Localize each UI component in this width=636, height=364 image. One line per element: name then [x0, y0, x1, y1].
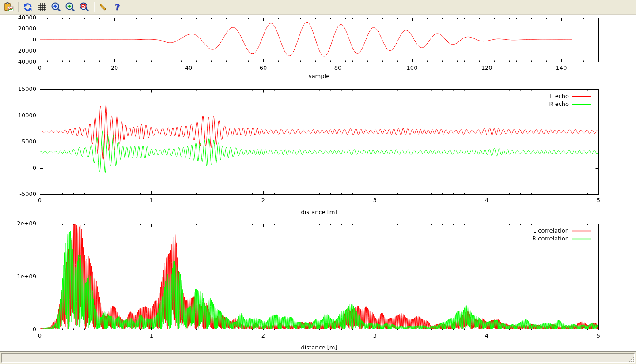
copy-plot-to-clipboard-button[interactable]	[3, 1, 15, 13]
copy-plot-to-clipboard-icon	[4, 2, 14, 12]
configure-icon	[98, 2, 109, 12]
toolbar: ?	[0, 0, 636, 15]
toolbar-separator	[18, 2, 19, 12]
toggle-grid-button[interactable]	[36, 1, 48, 13]
toolbar-separator	[94, 2, 94, 12]
replot-icon	[23, 2, 33, 12]
plot-canvas[interactable]	[0, 0, 636, 364]
zoom-rectangle-icon	[79, 2, 90, 12]
zoom-next-icon	[65, 2, 76, 12]
grid-icon	[37, 2, 47, 12]
gnuplot-window: ?	[0, 0, 636, 364]
zoom-rectangle-button[interactable]	[78, 1, 91, 13]
status-message	[1, 353, 635, 363]
replot-button[interactable]	[22, 1, 34, 13]
configure-button[interactable]	[97, 1, 110, 13]
zoom-next-button[interactable]	[64, 1, 76, 13]
status-bar	[0, 351, 636, 364]
zoom-previous-button[interactable]	[50, 1, 62, 13]
help-icon: ?	[112, 2, 123, 12]
svg-text:?: ?	[115, 2, 120, 12]
zoom-previous-icon	[51, 2, 61, 12]
help-button[interactable]: ?	[111, 1, 124, 13]
resize-grip-icon[interactable]	[628, 356, 634, 362]
